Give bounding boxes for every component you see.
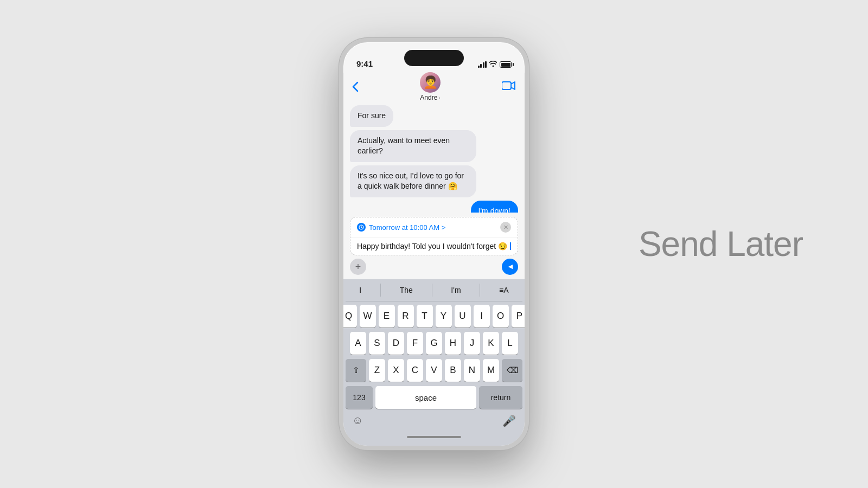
close-send-later-button[interactable]: ✕ xyxy=(500,222,511,233)
contact-name: Andre › xyxy=(420,94,440,101)
send-later-time-row[interactable]: Tomorrow at 10:00 AM > ✕ xyxy=(350,217,518,237)
key-g[interactable]: G xyxy=(426,332,442,355)
compose-row: + ▲ xyxy=(350,259,518,275)
add-attachment-button[interactable]: + xyxy=(350,259,366,275)
keyboard-row-3: ⇧ Z X C V B N M ⌫ xyxy=(346,359,522,382)
key-x[interactable]: X xyxy=(388,359,404,382)
return-key[interactable]: return xyxy=(479,386,522,409)
key-w[interactable]: W xyxy=(360,305,376,328)
key-k[interactable]: K xyxy=(483,332,499,355)
send-later-time-left: Tomorrow at 10:00 AM > xyxy=(357,223,445,232)
clock-icon xyxy=(357,223,366,232)
key-d[interactable]: D xyxy=(388,332,404,355)
key-n[interactable]: N xyxy=(464,359,480,382)
key-l[interactable]: L xyxy=(502,332,518,355)
status-icons xyxy=(478,61,512,68)
message-bubble-4: I'm down! xyxy=(471,201,518,213)
backspace-key[interactable]: ⌫ xyxy=(502,359,522,382)
keyboard-icon-row: ☺ 🎤 xyxy=(346,412,522,431)
send-later-banner: Tomorrow at 10:00 AM > ✕ Happy birthday!… xyxy=(350,217,518,255)
key-f[interactable]: F xyxy=(407,332,423,355)
battery-icon xyxy=(500,61,512,68)
key-q[interactable]: Q xyxy=(341,305,357,328)
dynamic-island xyxy=(404,50,464,66)
key-p[interactable]: P xyxy=(512,305,528,328)
svg-rect-0 xyxy=(502,82,511,89)
messages-area: For sure Actually, want to meet even ear… xyxy=(343,101,525,213)
key-u[interactable]: U xyxy=(455,305,471,328)
status-time: 9:41 xyxy=(356,59,373,68)
send-arrow-icon: ▲ xyxy=(506,263,514,271)
keyboard-row-1: Q W E R T Y U I O P xyxy=(346,305,522,328)
scene: 9:41 xyxy=(0,0,868,488)
key-y[interactable]: Y xyxy=(436,305,452,328)
contact-info[interactable]: 🧑‍🦱 Andre › xyxy=(420,72,441,101)
key-a[interactable]: A xyxy=(350,332,366,355)
key-v[interactable]: V xyxy=(426,359,442,382)
messages-header: 🧑‍🦱 Andre › xyxy=(343,73,525,101)
keyboard: I The I'm ≡A Q W E R T Y U I O P xyxy=(343,279,525,446)
wifi-icon xyxy=(489,61,497,68)
key-j[interactable]: J xyxy=(464,332,480,355)
dictation-icon[interactable]: 🎤 xyxy=(502,414,516,427)
chevron-icon: › xyxy=(438,95,440,101)
compose-input-row: Happy birthday! Told you I wouldn't forg… xyxy=(350,237,518,255)
key-m[interactable]: M xyxy=(483,359,499,382)
text-cursor xyxy=(510,242,511,250)
phone-frame: 9:41 xyxy=(339,38,529,450)
message-bubble-1: For sure xyxy=(350,105,393,127)
numbers-key[interactable]: 123 xyxy=(346,386,373,409)
compose-message-text: Happy birthday! Told you I wouldn't forg… xyxy=(357,242,510,251)
message-bubble-2: Actually, want to meet even earlier? xyxy=(350,130,476,162)
emoji-icon[interactable]: ☺ xyxy=(352,414,363,427)
key-e[interactable]: E xyxy=(379,305,395,328)
suggestion-the[interactable]: The xyxy=(400,284,413,297)
key-h[interactable]: H xyxy=(445,332,461,355)
message-bubble-3: It's so nice out, I'd love to go for a q… xyxy=(350,165,476,197)
video-call-button[interactable] xyxy=(502,81,516,93)
home-indicator-area xyxy=(346,431,522,444)
key-r[interactable]: R xyxy=(398,305,414,328)
send-button[interactable]: ▲ xyxy=(502,259,518,275)
shift-key[interactable]: ⇧ xyxy=(346,359,366,382)
avatar: 🧑‍🦱 xyxy=(420,72,441,93)
key-o[interactable]: O xyxy=(493,305,509,328)
keyboard-suggestions: I The I'm ≡A xyxy=(346,284,522,301)
key-i[interactable]: I xyxy=(474,305,490,328)
suggestion-format[interactable]: ≡A xyxy=(499,284,509,297)
signal-icon xyxy=(478,61,487,68)
key-t[interactable]: T xyxy=(417,305,433,328)
key-z[interactable]: Z xyxy=(369,359,385,382)
key-s[interactable]: S xyxy=(369,332,385,355)
suggestion-im[interactable]: I'm xyxy=(451,284,461,297)
keyboard-row-4: 123 space return xyxy=(346,386,522,409)
back-button[interactable] xyxy=(352,81,359,92)
compose-area: Tomorrow at 10:00 AM > ✕ Happy birthday!… xyxy=(343,213,525,279)
suggestion-i[interactable]: I xyxy=(359,284,361,297)
key-b[interactable]: B xyxy=(445,359,461,382)
home-bar xyxy=(407,436,461,438)
key-c[interactable]: C xyxy=(407,359,423,382)
space-key[interactable]: space xyxy=(375,386,476,409)
keyboard-row-2: A S D F G H J K L xyxy=(346,332,522,355)
send-later-label: Send Later xyxy=(639,224,803,264)
